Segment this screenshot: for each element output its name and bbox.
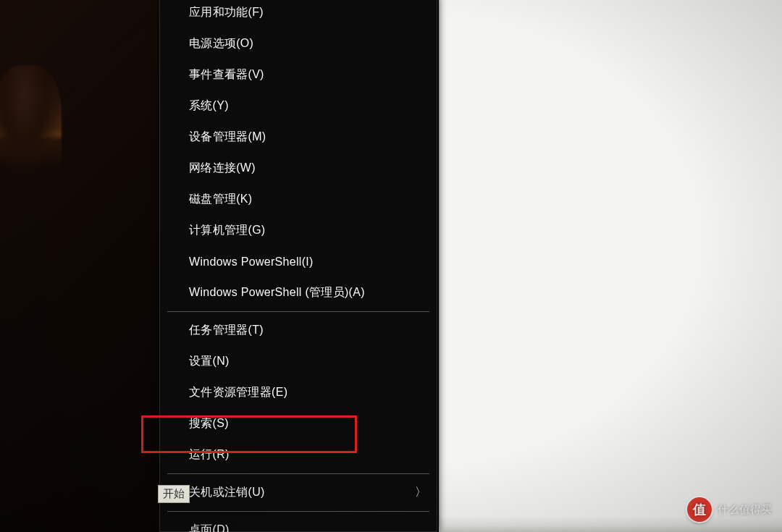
background-figurine xyxy=(0,65,62,181)
menu-item-label: Windows PowerShell(I) xyxy=(189,256,424,269)
menu-item-windows-powershell-a[interactable]: Windows PowerShell (管理员)(A) xyxy=(160,277,437,308)
menu-item-label: 设置(N) xyxy=(189,354,424,369)
menu-item-label: Windows PowerShell (管理员)(A) xyxy=(189,285,424,300)
menu-item-label: 设备管理器(M) xyxy=(189,130,424,145)
menu-item-label: 搜索(S) xyxy=(189,416,424,431)
background-window-right xyxy=(439,0,782,532)
menu-item-w[interactable]: 网络连接(W) xyxy=(160,153,437,184)
menu-item-f[interactable]: 应用和功能(F) xyxy=(160,0,437,28)
watermark: 值 什么值得买 xyxy=(687,497,772,522)
watermark-text: 什么值得买 xyxy=(718,503,772,517)
menu-item-d[interactable]: 桌面(D) xyxy=(160,515,437,532)
menu-item-m[interactable]: 设备管理器(M) xyxy=(160,122,437,153)
menu-item-label: 网络连接(W) xyxy=(189,161,424,176)
menu-item-label: 运行(R) xyxy=(189,447,424,463)
menu-separator xyxy=(167,473,429,474)
menu-item-o[interactable]: 电源选项(O) xyxy=(160,28,437,59)
menu-item-label: 文件资源管理器(E) xyxy=(189,385,424,400)
menu-separator xyxy=(167,511,429,512)
desktop-background-left xyxy=(0,0,159,532)
menu-item-label: 磁盘管理(K) xyxy=(189,192,424,207)
menu-item-label: 任务管理器(T) xyxy=(189,323,424,338)
start-tooltip: 开始 xyxy=(158,485,190,503)
menu-item-label: 计算机管理(G) xyxy=(189,223,424,238)
watermark-badge: 值 xyxy=(687,497,712,522)
menu-item-label: 应用和功能(F) xyxy=(189,5,424,20)
menu-item-label: 系统(Y) xyxy=(189,98,424,114)
menu-item-r[interactable]: 运行(R) xyxy=(160,439,437,470)
chevron-right-icon: 〉 xyxy=(415,485,426,500)
winx-context-menu[interactable]: 应用和功能(F)电源选项(O)事件查看器(V)系统(Y)设备管理器(M)网络连接… xyxy=(159,0,437,532)
menu-item-u[interactable]: 关机或注销(U)〉 xyxy=(160,477,437,508)
menu-separator xyxy=(167,311,429,312)
menu-item-g[interactable]: 计算机管理(G) xyxy=(160,215,437,246)
menu-item-windows-powershell-i[interactable]: Windows PowerShell(I) xyxy=(160,246,437,277)
menu-item-label: 关机或注销(U) xyxy=(189,485,415,500)
menu-item-e[interactable]: 文件资源管理器(E) xyxy=(160,377,437,408)
menu-item-label: 桌面(D) xyxy=(189,523,424,532)
menu-item-v[interactable]: 事件查看器(V) xyxy=(160,59,437,90)
menu-item-s[interactable]: 搜索(S) xyxy=(160,408,437,439)
menu-item-label: 电源选项(O) xyxy=(189,36,424,51)
menu-item-n[interactable]: 设置(N) xyxy=(160,346,437,377)
menu-item-t[interactable]: 任务管理器(T) xyxy=(160,315,437,346)
menu-item-label: 事件查看器(V) xyxy=(189,67,424,83)
menu-item-k[interactable]: 磁盘管理(K) xyxy=(160,184,437,215)
menu-item-y[interactable]: 系统(Y) xyxy=(160,90,437,122)
